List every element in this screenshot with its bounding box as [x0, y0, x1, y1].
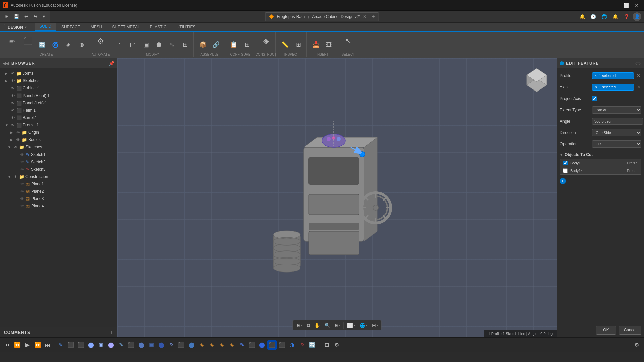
- panel-right-visibility-icon[interactable]: 👁: [10, 94, 15, 98]
- direction-select[interactable]: One Side Two Sides Symmetric: [592, 129, 641, 136]
- pan-viewport-button[interactable]: ✋: [312, 322, 322, 329]
- timeline-step-19[interactable]: ✎: [237, 340, 247, 350]
- tree-item-barrel[interactable]: ▶ 👁 ⬛ Barrel:1: [0, 114, 117, 121]
- timeline-step-25[interactable]: ✎: [298, 340, 307, 350]
- draft-button[interactable]: ⬟: [153, 40, 165, 49]
- tree-item-joints[interactable]: ▶ 👁 📁 Joints: [0, 70, 117, 77]
- notification-bell-button[interactable]: 🔔: [610, 13, 620, 21]
- construction-visibility-icon[interactable]: 👁: [13, 175, 18, 179]
- profile-select-button[interactable]: ↖ 1 selected: [592, 72, 634, 79]
- tree-item-sketch3[interactable]: ▶ 👁 ✎ Sketch3: [0, 166, 117, 173]
- plane2-visibility-icon[interactable]: 👁: [19, 189, 25, 193]
- redo-button[interactable]: ↪: [32, 12, 40, 20]
- timeline-step-11[interactable]: ⬤: [157, 340, 166, 350]
- prev-button[interactable]: ⏪: [13, 340, 22, 350]
- extrude-button[interactable]: ⬛: [20, 36, 35, 54]
- tree-item-sketch2[interactable]: ▶ 👁 ✎ Sketch2: [0, 158, 117, 166]
- browser-collapse-button[interactable]: ◀◀: [3, 61, 9, 66]
- timeline-grid-button[interactable]: ⊞: [322, 340, 331, 350]
- timeline-step-13[interactable]: ⬛: [177, 340, 186, 350]
- timeline-step-1[interactable]: ✎: [56, 340, 65, 350]
- body1-checkbox[interactable]: [563, 161, 568, 165]
- save-button[interactable]: 💾: [12, 12, 21, 20]
- project-axis-checkbox[interactable]: [592, 96, 597, 101]
- comments-add-button[interactable]: +: [110, 330, 113, 335]
- barrel-visibility-icon[interactable]: 👁: [10, 116, 15, 120]
- tree-item-plane2[interactable]: ▶ 👁 ▨ Plane2: [0, 188, 117, 195]
- tree-item-bodies[interactable]: ▶ 👁 📁 Bodies: [0, 136, 117, 143]
- insert-derive-button[interactable]: 📥: [310, 40, 322, 49]
- automate-button[interactable]: ⚙: [93, 36, 108, 54]
- combine-button[interactable]: ⊞: [179, 40, 191, 49]
- pretzel-visibility-icon[interactable]: 👁: [10, 123, 15, 127]
- timeline-step-6[interactable]: ⬤: [106, 340, 116, 350]
- sketch1-visibility-icon[interactable]: 👁: [19, 153, 25, 157]
- timeline-step-21[interactable]: ⬤: [257, 340, 267, 350]
- loft-button[interactable]: ◈: [62, 41, 74, 49]
- configure-btn[interactable]: 📋: [228, 40, 240, 49]
- play-button[interactable]: ▶: [23, 340, 32, 350]
- end-button[interactable]: ⏭: [43, 340, 52, 350]
- cabinet-visibility-icon[interactable]: 👁: [10, 86, 15, 90]
- timeline-step-10[interactable]: ▣: [147, 340, 156, 350]
- tree-item-plane1[interactable]: ▶ 👁 ▨ Plane1: [0, 180, 117, 188]
- rewind-button[interactable]: ⏮: [3, 340, 12, 350]
- hole-button[interactable]: ⊚: [75, 41, 88, 49]
- tree-item-cabinet[interactable]: ▶ 👁 ⬛ Cabinet:1: [0, 84, 117, 92]
- minimize-button[interactable]: —: [610, 2, 620, 9]
- profile-button[interactable]: 👤: [633, 12, 641, 21]
- plane4-visibility-icon[interactable]: 👁: [19, 204, 25, 208]
- chamfer-button[interactable]: ◸: [127, 40, 139, 49]
- sketch3-visibility-icon[interactable]: 👁: [19, 167, 25, 171]
- file-tab[interactable]: 🔶 Frogtopus Racing - Arcade Cabinet Desi…: [265, 12, 378, 21]
- tree-item-helm[interactable]: ▶ 👁 ⬛ Helm:1: [0, 107, 117, 114]
- grid-toggle-button[interactable]: ⊞▾: [370, 322, 380, 329]
- panel-left-visibility-icon[interactable]: 👁: [10, 101, 15, 105]
- tab-surface[interactable]: SURFACE: [57, 23, 85, 31]
- timeline-step-23[interactable]: ⬛: [277, 340, 287, 350]
- bodies-visibility-icon[interactable]: 👁: [15, 138, 21, 142]
- ef-expand-button[interactable]: ◁▷: [635, 61, 641, 66]
- notification-button[interactable]: 🔔: [577, 13, 587, 21]
- sketches1-visibility-icon[interactable]: 👁: [10, 79, 15, 83]
- origin-visibility-icon[interactable]: 👁: [15, 130, 21, 134]
- grid-button[interactable]: ⊞: [3, 12, 11, 20]
- tab-plastic[interactable]: PLASTIC: [145, 23, 171, 31]
- joints-visibility-icon[interactable]: 👁: [10, 71, 15, 75]
- render-mode-button[interactable]: 🌐▾: [358, 322, 370, 329]
- angle-input[interactable]: [592, 118, 643, 125]
- tree-item-plane4[interactable]: ▶ 👁 ▨ Plane4: [0, 202, 117, 210]
- fit-all-button[interactable]: ⊕▾: [332, 322, 343, 329]
- tree-item-sketches2[interactable]: ▼ 👁 📁 Sketches: [0, 143, 117, 151]
- settings-button[interactable]: ⚙: [332, 340, 341, 350]
- next-button[interactable]: ⏩: [33, 340, 42, 350]
- sketch2-visibility-icon[interactable]: 👁: [19, 160, 25, 164]
- insert-svg-button[interactable]: 🖼: [323, 40, 335, 49]
- info-icon[interactable]: i: [560, 178, 566, 184]
- timeline-step-7[interactable]: ✎: [116, 340, 126, 350]
- sweep-button[interactable]: 🌀: [49, 41, 61, 49]
- timeline-step-5[interactable]: ▣: [96, 340, 106, 350]
- new-tab-button[interactable]: +: [372, 14, 375, 20]
- timeline-step-8[interactable]: ⬛: [126, 340, 136, 350]
- tab-sheet-metal[interactable]: SHEET METAL: [107, 23, 144, 31]
- tree-item-construction[interactable]: ▼ 👁 📁 Construction: [0, 173, 117, 180]
- measure-button[interactable]: 📏: [279, 40, 291, 49]
- tree-item-origin[interactable]: ▶ 👁 📁 Origin: [0, 129, 117, 136]
- operation-select[interactable]: Cut Join Intersect New Body New Componen…: [592, 140, 641, 148]
- online-button[interactable]: 🌐: [599, 13, 609, 21]
- timeline-step-3[interactable]: ⬛: [76, 340, 86, 350]
- tree-item-panel-left[interactable]: ▶ 👁 ⬛ Panel (Left):1: [0, 99, 117, 107]
- cancel-button[interactable]: Cancel: [619, 326, 641, 335]
- timeline-step-2[interactable]: ⬛: [66, 340, 75, 350]
- timeline-step-20[interactable]: ⬛: [247, 340, 257, 350]
- undo-button[interactable]: ↩: [22, 12, 31, 20]
- tab-utilities[interactable]: UTILITIES: [172, 23, 200, 31]
- tab-solid[interactable]: SOLID: [35, 23, 56, 31]
- tab-mesh[interactable]: MESH: [86, 23, 107, 31]
- timeline-settings-button[interactable]: ⚙: [632, 340, 641, 350]
- timeline-step-17[interactable]: ◈: [217, 340, 226, 350]
- revolve-button[interactable]: 🔄: [36, 41, 48, 49]
- timeline-step-22[interactable]: ⬛: [267, 340, 277, 350]
- new-component-button[interactable]: 📦: [197, 40, 209, 49]
